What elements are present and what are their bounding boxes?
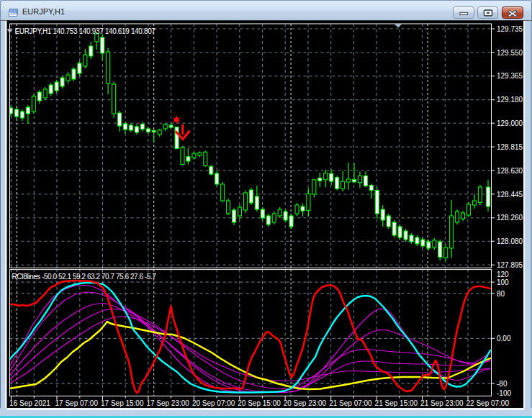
svg-text:17 Sep 15:00: 17 Sep 15:00 (101, 399, 144, 407)
svg-text:128.080: 128.080 (497, 237, 523, 245)
svg-text:128.815: 128.815 (497, 143, 523, 151)
svg-text:120: 120 (497, 271, 509, 278)
svg-text:128.260: 128.260 (497, 214, 523, 222)
svg-text:129.000: 129.000 (497, 119, 523, 127)
svg-text:129.180: 129.180 (497, 96, 523, 104)
svg-text:22 Sep 07:00: 22 Sep 07:00 (466, 399, 510, 407)
svg-text:129.735: 129.735 (497, 25, 523, 33)
svg-text:129.365: 129.365 (497, 72, 523, 80)
svg-text:-100: -100 (497, 389, 511, 397)
svg-text:129.550: 129.550 (497, 49, 523, 57)
svg-text:127.895: 127.895 (497, 261, 523, 269)
svg-text:21 Sep 07:00: 21 Sep 07:00 (329, 399, 372, 407)
svg-text:20 Sep 23:00: 20 Sep 23:00 (284, 399, 327, 407)
svg-text:128.445: 128.445 (497, 191, 523, 199)
svg-text:21 Sep 15:00: 21 Sep 15:00 (375, 399, 418, 407)
svg-text:100: 100 (497, 278, 509, 286)
svg-text:EURJPY,H1 140.753 140.937 140.: EURJPY,H1 140.753 140.937 140.619 140.80… (15, 27, 156, 35)
svg-text:17 Sep 07:00: 17 Sep 07:00 (55, 399, 99, 407)
svg-text:-80: -80 (497, 380, 508, 388)
svg-text:17 Sep 23:00: 17 Sep 23:00 (146, 399, 189, 407)
svg-text:128.630: 128.630 (497, 167, 523, 175)
svg-text:0.00: 0.00 (497, 335, 511, 342)
svg-text:RCI8lines -50.0 52.1 59.2 63.2: RCI8lines -50.0 52.1 59.2 63.2 70.7 75.6… (12, 273, 157, 281)
svg-text:21 Sep 23:00: 21 Sep 23:00 (420, 399, 464, 407)
svg-text:20 Sep 07:00: 20 Sep 07:00 (192, 399, 235, 407)
svg-text:80: 80 (497, 290, 505, 298)
svg-text:20 Sep 15:00: 20 Sep 15:00 (238, 399, 281, 407)
svg-text:16 Sep 2021: 16 Sep 2021 (9, 399, 50, 407)
